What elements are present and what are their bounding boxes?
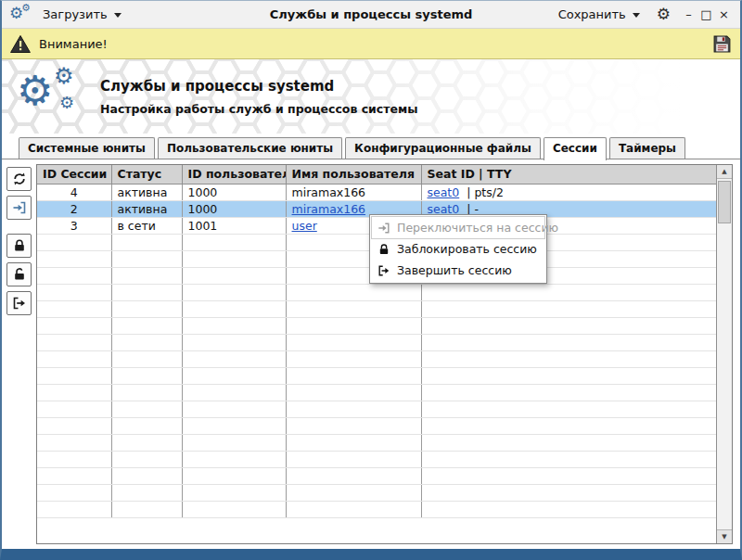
cell-username: miramax166 xyxy=(286,184,421,200)
empty-row xyxy=(37,401,716,417)
tab-config-files[interactable]: Конфигурационные файлы xyxy=(345,137,541,159)
lock-icon xyxy=(377,243,390,256)
session-context-menu: Переключиться на сессию Заблокировать се… xyxy=(369,214,547,284)
tab-bar: Системные юниты Пользовательские юниты К… xyxy=(2,134,740,159)
load-menu-label: Загрузить xyxy=(43,7,108,21)
empty-row xyxy=(37,384,716,401)
empty-row xyxy=(37,451,716,467)
table-header-row: ID Сессии Статус ID пользователя Имя пол… xyxy=(37,165,716,184)
gear-icon: ⚙ xyxy=(21,3,31,13)
close-button[interactable]: × xyxy=(715,8,733,20)
terminate-session-icon xyxy=(12,296,27,311)
vertical-scrollbar[interactable]: ▲ ▼ xyxy=(716,165,732,543)
empty-row xyxy=(37,367,716,384)
empty-row xyxy=(37,350,716,367)
page-header: ⚙ ⚙ ⚙ Службы и процессы systemd Настройк… xyxy=(2,59,740,134)
empty-row xyxy=(37,434,716,451)
tab-system-units[interactable]: Системные юниты xyxy=(19,137,155,159)
tab-user-units[interactable]: Пользовательские юниты xyxy=(158,137,342,159)
gear-icon: ⚙ xyxy=(59,95,74,111)
lock-icon xyxy=(12,238,27,253)
app-gears-icon: ⚙ ⚙ xyxy=(9,3,35,27)
col-header-user-id[interactable]: ID пользователя xyxy=(182,165,286,184)
cell-user-id: 1000 xyxy=(182,200,286,217)
cell-user-id: 1001 xyxy=(182,217,286,234)
switch-to-session-icon xyxy=(12,200,27,215)
menu-item-label: Переключиться на сессию xyxy=(397,221,558,235)
refresh-icon xyxy=(12,172,27,186)
warning-text: Внимание! xyxy=(39,37,108,51)
scroll-up-button[interactable]: ▲ xyxy=(717,165,732,179)
seat-link[interactable]: seat0 xyxy=(428,185,460,199)
col-header-status[interactable]: Статус xyxy=(111,165,182,184)
col-header-username[interactable]: Имя пользователя xyxy=(286,165,421,184)
scroll-track[interactable] xyxy=(717,225,732,529)
terminate-session-icon xyxy=(377,264,390,277)
menu-item-label: Завершить сессию xyxy=(397,263,512,277)
refresh-button[interactable] xyxy=(6,167,32,191)
window-title: Службы и процессы systemd xyxy=(270,7,473,21)
scroll-thumb[interactable] xyxy=(718,181,731,223)
empty-row xyxy=(37,484,716,501)
warning-triangle-icon xyxy=(10,35,31,53)
cell-session-id: 3 xyxy=(37,217,111,234)
switch-to-session-button[interactable] xyxy=(6,196,32,220)
empty-row xyxy=(37,284,716,300)
save-menu-button[interactable]: Сохранить xyxy=(551,4,647,25)
side-toolbar xyxy=(6,167,32,315)
menu-item-terminate-session[interactable]: Завершить сессию xyxy=(372,260,544,281)
menu-item-lock-session[interactable]: Заблокировать сессию xyxy=(372,238,544,260)
cell-status: активна xyxy=(111,184,182,200)
menu-item-switch-to-session: Переключиться на сессию xyxy=(372,217,544,238)
maximize-button[interactable]: □ xyxy=(697,8,715,20)
tty-text: | pts/2 xyxy=(467,185,504,199)
minimize-button[interactable]: – xyxy=(680,8,697,20)
unlock-icon xyxy=(12,267,27,282)
cell-status: активна xyxy=(111,200,182,217)
empty-row xyxy=(37,334,716,350)
load-menu-button[interactable]: Загрузить xyxy=(35,4,129,25)
session-row-4[interactable]: 4 активна 1000 miramax166 seat0 | pts/2 xyxy=(37,184,716,200)
empty-row xyxy=(37,417,716,434)
window-controls: – □ × xyxy=(680,8,733,20)
scroll-down-button[interactable]: ▼ xyxy=(717,529,732,543)
chevron-down-icon xyxy=(633,13,640,18)
page-title: Службы и процессы systemd xyxy=(100,78,417,95)
tab-timers[interactable]: Таймеры xyxy=(609,137,685,159)
empty-row xyxy=(37,501,716,517)
gear-icon: ⚙ xyxy=(54,65,74,87)
empty-row xyxy=(37,317,716,334)
page-subtitle: Настройка работы служб и процессов систе… xyxy=(100,102,417,116)
cell-session-id: 2 xyxy=(37,200,111,217)
menu-item-label: Заблокировать сессию xyxy=(397,242,537,256)
chevron-down-icon xyxy=(114,13,122,18)
username-link[interactable]: miramax166 xyxy=(292,202,366,216)
titlebar: ⚙ ⚙ Загрузить Службы и процессы systemd … xyxy=(2,1,740,29)
cell-user-id: 1000 xyxy=(182,184,286,200)
settings-gear-button[interactable]: ⚙ xyxy=(655,5,672,24)
col-header-seat-tty[interactable]: Seat ID | TTY xyxy=(421,165,716,184)
save-file-icon[interactable] xyxy=(712,34,732,54)
sessions-panel: ID Сессии Статус ID пользователя Имя пол… xyxy=(2,159,740,549)
cell-status: в сети xyxy=(111,217,182,234)
app-logo-gears-icon: ⚙ ⚙ ⚙ xyxy=(17,67,85,126)
titlebar-right: Сохранить ⚙ – □ × xyxy=(551,4,733,25)
cell-seat-tty: seat0 | pts/2 xyxy=(421,184,716,200)
username-link[interactable]: user xyxy=(292,219,317,233)
app-window: ⚙ ⚙ Загрузить Службы и процессы systemd … xyxy=(0,0,742,560)
save-menu-label: Сохранить xyxy=(558,7,626,21)
empty-row xyxy=(37,467,716,484)
empty-row xyxy=(37,300,716,317)
switch-to-session-icon xyxy=(377,222,390,235)
unlock-session-button[interactable] xyxy=(6,262,32,286)
terminate-session-button[interactable] xyxy=(6,291,32,315)
col-header-session-id[interactable]: ID Сессии xyxy=(37,165,111,184)
warning-bar: Внимание! xyxy=(2,29,740,59)
lock-session-button[interactable] xyxy=(6,234,32,258)
gear-icon: ⚙ xyxy=(17,70,53,111)
tab-sessions[interactable]: Сессии xyxy=(544,137,607,160)
cell-session-id: 4 xyxy=(37,184,111,200)
